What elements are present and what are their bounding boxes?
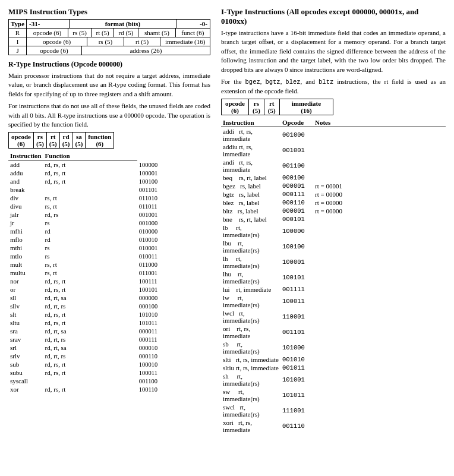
table-row: addrd, rs, rt100000 bbox=[8, 160, 210, 169]
rtype-para1: Main processor instructions that do not … bbox=[8, 71, 210, 99]
instr-func: 000010 bbox=[137, 343, 210, 352]
itype-instr-notes bbox=[313, 285, 446, 294]
table-row: syscall001100 bbox=[8, 377, 210, 385]
instr-args: rs, rt bbox=[43, 269, 137, 277]
itype-instr-name: lhu rt, immediate(rs) bbox=[221, 270, 280, 285]
types-row-r-type: R bbox=[9, 29, 27, 37]
itype-col-opcode: Opcode bbox=[280, 118, 313, 127]
instr-func: 011000 bbox=[137, 260, 210, 269]
fmt-sa: sa(5) bbox=[72, 133, 86, 149]
table-row: lbu rt, immediate(rs) 100100 bbox=[221, 239, 446, 254]
itype-instr-name: addi rt, rs, immediate bbox=[221, 127, 280, 143]
instr-args: rd, rs bbox=[43, 210, 137, 219]
itype-instr-name: xori rt, rs, immediate bbox=[221, 418, 280, 434]
instr-args: rd, rt, sa bbox=[43, 294, 137, 302]
instr-args: rd bbox=[43, 227, 137, 235]
itype-instr-opcode: 101001 bbox=[280, 372, 313, 387]
instr-name: nor bbox=[8, 277, 43, 285]
itype-para1: I-type instructions have a 16-bit immedi… bbox=[221, 29, 446, 74]
instr-args: rd, rs, rt bbox=[43, 310, 137, 319]
itype-instr-opcode: 100000 bbox=[280, 223, 313, 239]
table-row: mflord010010 bbox=[8, 235, 210, 244]
itype-instr-name: andi rt, rs, immediate bbox=[221, 158, 280, 174]
itype-instr-notes: rt = 00000 bbox=[313, 198, 446, 207]
itype-instruction-table: Instruction Opcode Notes addi rt, rs, im… bbox=[221, 118, 446, 434]
itype-instr-opcode: 100101 bbox=[280, 270, 313, 285]
itype-instr-notes bbox=[313, 340, 446, 355]
itype-instr-name: sh rt, immediate(rs) bbox=[221, 372, 280, 387]
instr-name: srl bbox=[8, 343, 43, 352]
main-title: MIPS Instruction Types bbox=[8, 7, 210, 17]
ifmt-rs: rs(5) bbox=[249, 99, 264, 115]
itype-instr-notes bbox=[313, 254, 446, 270]
table-row: divurs, rt011011 bbox=[8, 202, 210, 210]
itype-instr-opcode: 000110 bbox=[280, 198, 313, 207]
instr-func: 000110 bbox=[137, 352, 210, 360]
table-row: srlvrd, rt, rs000110 bbox=[8, 352, 210, 360]
table-row: sw rt, immediate(rs) 101011 bbox=[221, 387, 446, 403]
itype-instr-opcode: 000001 bbox=[280, 207, 313, 215]
instr-name: sub bbox=[8, 360, 43, 368]
table-row: sltiu rt, rs, immediate 001011 bbox=[221, 364, 446, 372]
instr-name: subu bbox=[8, 368, 43, 377]
itype-col-instruction: Instruction bbox=[221, 118, 280, 127]
types-col-0: -0- bbox=[176, 20, 210, 29]
itype-instr-name: lui rt, immediate bbox=[221, 285, 280, 294]
r-rt: rt (5) bbox=[92, 29, 114, 37]
instr-func: 100111 bbox=[137, 277, 210, 285]
bltz-code: bltz bbox=[319, 78, 333, 86]
itype-instr-name: bne rs, rt, label bbox=[221, 215, 280, 223]
instr-name: multu bbox=[8, 269, 43, 277]
itype-instr-opcode: 100011 bbox=[280, 294, 313, 309]
table-row: srard, rt, sa000011 bbox=[8, 327, 210, 335]
table-row: bltz rs, label 000001 rt = 00000 bbox=[221, 207, 446, 215]
table-row: addi rt, rs, immediate 001000 bbox=[221, 127, 446, 143]
instr-args: rd, rt, rs bbox=[43, 302, 137, 310]
itype-instr-name: lw rt, immediate(rs) bbox=[221, 294, 280, 309]
instr-args: rd, rs, rt bbox=[43, 285, 137, 294]
j-address: address (26) bbox=[81, 46, 210, 55]
itype-instr-opcode: 101011 bbox=[280, 387, 313, 403]
itype-instr-name: blez rs, label bbox=[221, 198, 280, 207]
j-opcode: opcode (6) bbox=[27, 46, 81, 55]
table-row: mtlors010011 bbox=[8, 252, 210, 260]
instr-func: 010011 bbox=[137, 252, 210, 260]
table-row: andi rt, rs, immediate 001100 bbox=[221, 158, 446, 174]
itype-instr-opcode: 001000 bbox=[280, 127, 313, 143]
instr-name: slt bbox=[8, 310, 43, 319]
itype-instr-name: sb rt, immediate(rs) bbox=[221, 340, 280, 355]
fmt-rt: rt(5) bbox=[46, 133, 59, 149]
types-row-i-type: I bbox=[9, 37, 27, 46]
instr-args: rd, rt, sa bbox=[43, 343, 137, 352]
itype-instr-notes bbox=[313, 215, 446, 223]
itype-instr-opcode: 001101 bbox=[280, 324, 313, 340]
itype-instr-name: sltiu rt, rs, immediate bbox=[221, 364, 280, 372]
instr-name: add bbox=[8, 160, 43, 169]
i-rt: rt (5) bbox=[124, 37, 160, 46]
table-row: lw rt, immediate(rs) 100011 bbox=[221, 294, 446, 309]
itype-instr-notes: rt = 00000 bbox=[313, 190, 446, 198]
right-column: I-Type Instructions (All opcodes except … bbox=[221, 7, 446, 434]
rtype-para2: For instructions that do not use all of … bbox=[8, 102, 210, 129]
table-row: multrs, rt011000 bbox=[8, 260, 210, 269]
instr-name: break bbox=[8, 185, 43, 194]
r-shamt: shamt (5) bbox=[138, 29, 175, 37]
itype-instr-name: bltz rs, label bbox=[221, 207, 280, 215]
instr-func: 001100 bbox=[137, 377, 210, 385]
table-row: xori rt, rs, immediate 001110 bbox=[221, 418, 446, 434]
itype-instr-notes bbox=[313, 372, 446, 387]
instr-args: rd, rs, rt bbox=[43, 368, 137, 377]
itype-instr-notes bbox=[313, 239, 446, 254]
r-funct: funct (6) bbox=[175, 29, 210, 37]
table-row: ori rt, rs, immediate 001101 bbox=[221, 324, 446, 340]
instr-name: sllv bbox=[8, 302, 43, 310]
itype-instr-notes bbox=[313, 270, 446, 285]
table-row: srlrd, rt, sa000010 bbox=[8, 343, 210, 352]
instr-func: 010001 bbox=[137, 244, 210, 252]
table-row: sb rt, immediate(rs) 101000 bbox=[221, 340, 446, 355]
table-row: lhu rt, immediate(rs) 100101 bbox=[221, 270, 446, 285]
table-row: mthirs010001 bbox=[8, 244, 210, 252]
itype-instr-name: lwcl rt, immediate(rs) bbox=[221, 309, 280, 324]
instr-name: mtlo bbox=[8, 252, 43, 260]
instr-func: 001101 bbox=[137, 185, 210, 194]
